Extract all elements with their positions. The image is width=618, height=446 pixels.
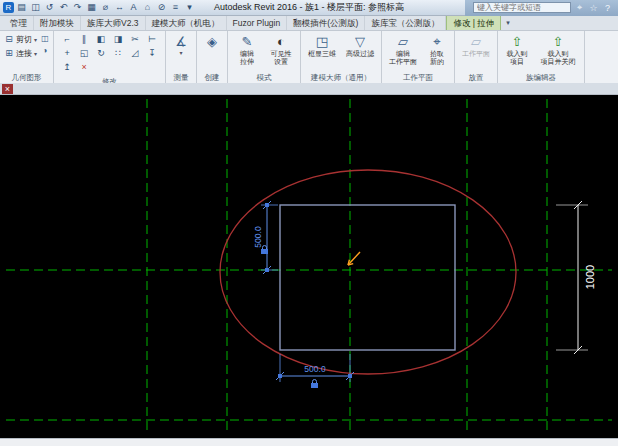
measure-icon[interactable]: ⌀ xyxy=(99,1,112,14)
temporary-dimension-bottom[interactable]: 500.0 xyxy=(276,354,354,388)
join-geometry-button[interactable]: ⊞ 连接 ▾ xyxy=(2,46,39,60)
mirror-draw-axis-icon[interactable]: ◨ xyxy=(110,33,126,46)
edit-workplane-button[interactable]: ▱ 编辑 工作平面 xyxy=(384,32,422,66)
advanced-filter-button[interactable]: ▽ 高级过滤 xyxy=(341,32,379,58)
status-bar xyxy=(0,438,618,446)
paint-icon[interactable]: ◑ xyxy=(40,46,50,55)
tab-fuzor-plugin[interactable]: Fuzor Plugin xyxy=(227,16,288,30)
pin-icon[interactable]: ↧ xyxy=(144,47,160,60)
delete-icon[interactable]: × xyxy=(76,61,92,74)
split-face-icon[interactable]: ◫ xyxy=(40,34,50,43)
array-icon[interactable]: ∷ xyxy=(110,47,126,60)
scale-icon[interactable]: ◿ xyxy=(127,47,143,60)
dimension-lock-icon[interactable] xyxy=(311,380,318,389)
ribbon-display-toggle-icon[interactable]: ▾ xyxy=(501,16,515,30)
measure-button[interactable]: ∡ ▾ xyxy=(168,32,194,56)
undo-icon[interactable]: ↶ xyxy=(57,1,70,14)
cut-geometry-button[interactable]: ⊟ 剪切 ▾ xyxy=(2,32,39,46)
dimension-grip[interactable] xyxy=(265,268,269,272)
rotate-icon[interactable]: ↻ xyxy=(93,47,109,60)
edit-extrusion-button[interactable]: ✎ 编辑 拉伸 xyxy=(230,32,264,66)
load-into-project-button[interactable]: ⇧ 载入到 项目 xyxy=(500,32,534,66)
default-3d-view-icon[interactable]: ⌂ xyxy=(141,1,154,14)
visibility-settings-label: 可见性 设置 xyxy=(271,50,292,66)
move-icon[interactable]: + xyxy=(59,47,75,60)
dimension-grip[interactable] xyxy=(348,374,352,378)
drawing-area[interactable]: 500.0 500.0 xyxy=(0,95,618,438)
panel-mode: ✎ 编辑 拉伸 ◐ 可见性 设置 模式 xyxy=(228,31,301,83)
panel-geometry: ⊟ 剪切 ▾ ⊞ 连接 ▾ ◫ ◑ 几何图形 xyxy=(0,31,54,83)
panel-label-geometry: 几何图形 xyxy=(0,72,53,83)
panel-label-mode: 模式 xyxy=(228,72,300,83)
chevron-down-icon: ▾ xyxy=(34,50,37,57)
edit-workplane-icon: ▱ xyxy=(398,34,408,49)
redo-icon[interactable]: ↷ xyxy=(71,1,84,14)
offset-icon[interactable]: ∥ xyxy=(76,33,92,46)
create-group-button[interactable]: ◈ xyxy=(199,32,225,49)
dimension-value[interactable]: 1000 xyxy=(584,265,596,289)
dimension-grip[interactable] xyxy=(278,374,282,378)
text-icon[interactable]: A xyxy=(127,1,140,14)
pick-new-workplane-button[interactable]: ⌖ 拾取 新的 xyxy=(422,32,452,66)
open-icon[interactable]: ▤ xyxy=(15,1,28,14)
edit-workplane-label: 编辑 工作平面 xyxy=(389,50,417,66)
visibility-settings-button[interactable]: ◐ 可见性 设置 xyxy=(264,32,298,66)
tab-addins[interactable]: 附加模块 xyxy=(34,16,81,30)
panel-label-create: 创建 xyxy=(197,72,227,83)
load-into-project-and-close-label: 载入到 项目并关闭 xyxy=(541,50,576,66)
temporary-dimension-left[interactable]: 500.0 xyxy=(253,201,278,274)
tab-family-treasure[interactable]: 族库宝（公测版） xyxy=(365,16,446,30)
align-icon[interactable]: ⌐ xyxy=(59,33,75,46)
panel-measure: ∡ ▾ 测量 xyxy=(166,31,197,83)
close-icon[interactable]: × xyxy=(2,84,13,94)
save-icon[interactable]: ◫ xyxy=(29,1,42,14)
quick-access-toolbar: R ▤ ◫ ↺ ↶ ↷ ▦ ⌀ ↔ A ⌂ ⊘ ≡ ▾ xyxy=(0,1,196,14)
edit-extrusion-icon: ✎ xyxy=(242,34,253,49)
options-bar: × xyxy=(0,83,618,95)
panel-create: ◈ 创建 xyxy=(197,31,228,83)
search-icon[interactable]: ⌖ xyxy=(574,2,585,13)
plan-view: 500.0 500.0 xyxy=(0,95,618,438)
tab-modeling-master-mep[interactable]: 建模大师（机电） xyxy=(146,16,227,30)
dimension-value[interactable]: 500.0 xyxy=(304,364,326,374)
unpin-icon[interactable]: ↥ xyxy=(59,61,75,74)
aligned-dimension-icon[interactable]: ↔ xyxy=(113,1,126,14)
thin-lines-icon[interactable]: ≡ xyxy=(169,1,182,14)
permanent-dimension-right[interactable]: 1000 xyxy=(556,201,596,354)
section-icon[interactable]: ⊘ xyxy=(155,1,168,14)
sync-icon[interactable]: ↺ xyxy=(43,1,56,14)
dimension-value[interactable]: 500.0 xyxy=(253,226,263,248)
join-geometry-icon: ⊞ xyxy=(4,48,14,58)
split-icon[interactable]: ✂ xyxy=(127,33,143,46)
measure-tool-icon: ∡ xyxy=(175,34,187,49)
placement-workplane-button[interactable]: ▱ 工作平面 xyxy=(457,32,495,58)
mirror-pick-axis-icon[interactable]: ◧ xyxy=(93,33,109,46)
placement-workplane-label: 工作平面 xyxy=(462,50,490,58)
copy-icon[interactable]: ◱ xyxy=(76,47,92,60)
help-icon[interactable]: ? xyxy=(602,3,613,13)
tab-manage[interactable]: 管理 xyxy=(4,16,34,30)
extrusion-sketch-rectangle[interactable] xyxy=(280,205,455,350)
favorites-icon[interactable]: ☆ xyxy=(588,3,599,13)
trim-extend-icon[interactable]: ⊢ xyxy=(144,33,160,46)
panel-placement: ▱ 工作平面 放置 xyxy=(455,31,498,83)
load-into-project-and-close-icon: ⇧ xyxy=(553,34,564,49)
tab-family-library-master[interactable]: 族库大师V2.3 xyxy=(81,16,146,30)
panel-family-editor: ⇧ 载入到 项目 ⇧ 载入到 项目并关闭 族编辑器 xyxy=(498,31,585,83)
tab-model-conversion-plugin[interactable]: 翻模插件(公测版) xyxy=(287,16,365,30)
advanced-filter-label: 高级过滤 xyxy=(346,50,374,58)
infocenter: ⌖ ☆ ? xyxy=(465,0,618,16)
load-into-project-icon: ⇧ xyxy=(512,34,523,49)
cut-geometry-label: 剪切 xyxy=(16,34,32,45)
pick-new-workplane-icon: ⌖ xyxy=(433,34,440,49)
frame-show-3d-icon: ◳ xyxy=(316,34,328,49)
tab-modify-extrusion[interactable]: 修改 | 拉伸 xyxy=(446,15,501,30)
qat-customize-icon[interactable]: ▾ xyxy=(183,1,196,14)
app-icon[interactable]: R xyxy=(3,2,14,13)
print-icon[interactable]: ▦ xyxy=(85,1,98,14)
search-input[interactable] xyxy=(473,2,571,13)
dimension-grip[interactable] xyxy=(265,203,269,207)
frame-show-3d-label: 框显三维 xyxy=(308,50,336,58)
frame-show-3d-button[interactable]: ◳ 框显三维 xyxy=(303,32,341,58)
load-into-project-and-close-button[interactable]: ⇧ 载入到 项目并关闭 xyxy=(534,32,582,66)
